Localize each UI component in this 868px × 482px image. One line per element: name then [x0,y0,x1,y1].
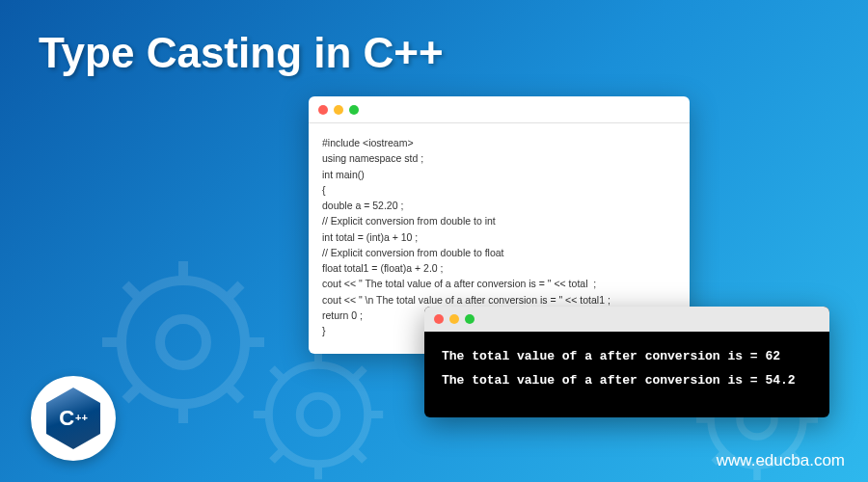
minimize-icon [449,314,459,324]
window-titlebar [424,307,829,332]
gear-decoration [241,337,395,482]
cpp-logo-c: C [59,406,74,431]
maximize-icon [349,105,359,115]
cpp-logo-hex: C++ [46,388,100,449]
close-icon [434,314,444,324]
minimize-icon [334,105,343,115]
svg-point-3 [300,396,337,433]
terminal-window: The total value of a after conversion is… [424,307,829,417]
window-titlebar [309,96,690,123]
svg-point-1 [160,319,206,365]
cpp-logo: C++ [31,376,116,461]
close-icon [318,105,328,115]
maximize-icon [465,314,475,324]
terminal-output: The total value of a after conversion is… [424,332,829,417]
cpp-logo-plus: ++ [75,415,88,422]
website-url: www.educba.com [717,451,845,470]
page-title: Type Casting in C++ [39,29,444,77]
